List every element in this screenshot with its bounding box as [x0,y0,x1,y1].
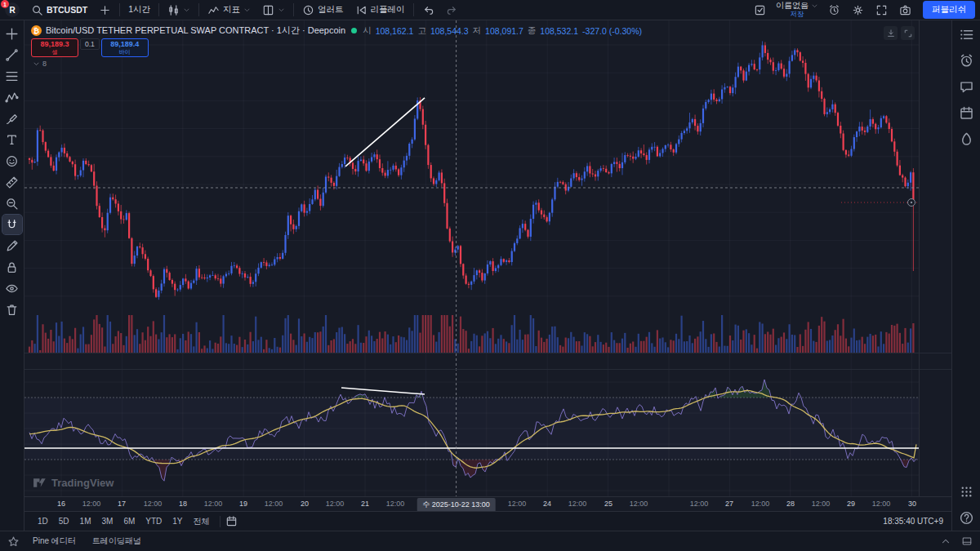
sidebar-watchlist-icon[interactable] [959,27,974,42]
chart-legend: ₿ Bitcoin/USD TETHER PERPETUAL SWAP CONT… [31,24,642,37]
clock[interactable]: 18:35:40 UTC+9 [883,517,943,526]
chart-canvas[interactable] [24,20,951,496]
interval-label: 1시간 [128,4,150,16]
user-avatar[interactable]: R 1 [5,2,20,17]
sidebar-alarmclock-icon[interactable] [959,53,974,69]
tool-crosshair[interactable] [2,24,22,43]
sell-button[interactable]: 89,189.3 셀 [31,38,78,57]
object-tree-collapsed[interactable]: 8 [33,60,47,68]
toolbar-left-group: R 1 BTCUSDT 1시간 지표 [5,2,463,18]
time-axis[interactable]: 1612:001712:001812:001912:002012:002112:… [24,496,951,511]
fullscreen-button[interactable] [871,2,893,18]
snapshot-button[interactable] [894,2,916,18]
jump-to-realtime-button[interactable] [884,26,898,40]
go-to-date-icon[interactable] [225,515,238,527]
chart-type-button[interactable] [163,2,195,18]
chart-title[interactable]: Bitcoin/USD TETHER PERPETUAL SWAP CONTRA… [46,24,345,37]
time-axis-hour-label: 12:00 [812,500,831,508]
range-5d-button[interactable]: 5D [54,515,74,527]
redo-button[interactable] [441,2,463,18]
sidebar-calendar-icon[interactable] [959,105,974,121]
symbol-search-button[interactable]: BTCUSDT [26,2,92,18]
tool-pattern[interactable] [2,87,22,107]
sidebar-hotlist-icon[interactable] [959,131,974,147]
multi-chart-select-button[interactable] [749,2,771,18]
fullscreen-icon [875,4,888,16]
chart-column: ₿ Bitcoin/USD TETHER PERPETUAL SWAP CONT… [24,20,951,531]
high-label: 고 [417,25,426,37]
publish-button[interactable]: 퍼블리쉬 [923,1,975,19]
tool-text[interactable] [2,130,22,149]
brush-icon [5,112,19,126]
settings-button[interactable] [847,2,869,18]
panel-layout-icon[interactable] [961,535,973,547]
maximize-pane-icon [903,29,913,38]
alert-button[interactable]: 얼러트 [297,2,349,18]
indicators-button[interactable]: 지표 [203,2,256,18]
redo-icon [446,4,458,16]
maximize-pane-button[interactable] [901,26,915,40]
toolbar-separator [413,3,414,16]
bitcoin-icon: ₿ [31,25,42,36]
range-1y-button[interactable]: 1Y [167,515,187,527]
tool-brush[interactable] [2,109,22,128]
replay-icon [355,4,368,16]
pane-mini-buttons [884,26,915,40]
time-axis-day-label: 30 [908,500,916,508]
range-ytd-button[interactable]: YTD [140,515,167,527]
right-sidebar [951,20,980,531]
sell-label: 셀 [52,49,58,55]
tool-trendline[interactable] [2,45,22,64]
range-전체-button[interactable]: 전체 [189,514,215,529]
tool-fib[interactable] [2,66,22,86]
time-axis-hour-label: 12:00 [204,500,223,508]
time-axis-hour-label: 12:00 [630,500,648,508]
sidebar-help-icon[interactable] [959,510,974,526]
sidebar-apps-icon[interactable] [959,484,974,500]
drawing-toolbar [0,20,24,531]
open-value: 108,162.1 [376,26,414,36]
tool-emoji[interactable] [2,151,22,171]
time-axis-hour-label: 12:00 [386,500,405,508]
low-value: 108,091.7 [485,26,523,36]
time-axis-day-label: 21 [361,500,369,508]
quantity-display[interactable]: 0.1 [80,38,100,50]
tool-magnet[interactable] [2,215,22,234]
zoom-icon [5,197,19,211]
tool-zoom[interactable] [2,193,22,213]
ruler-icon [5,176,19,189]
tool-lock[interactable] [2,257,22,277]
chevron-down-icon [243,7,251,14]
alert-manager-button[interactable] [823,2,845,18]
buy-button[interactable]: 89,189.4 바이 [101,38,149,57]
tool-pencil[interactable] [2,236,22,256]
tool-trash[interactable] [2,300,22,319]
range-1m-button[interactable]: 1M [75,515,96,527]
search-icon [31,4,43,16]
sidebar-chat-icon[interactable] [959,79,974,95]
tool-eye[interactable] [2,278,22,298]
range-3m-button[interactable]: 3M [97,515,118,527]
time-axis-day-label: 28 [786,500,795,508]
tool-ruler[interactable] [2,172,22,192]
time-axis-hour-label: 12:00 [872,500,891,508]
layout-name-menu[interactable]: 이름없음 저장 [773,2,822,18]
favorites-star-icon[interactable] [7,535,20,548]
replay-button[interactable]: 리플레이 [350,2,410,18]
layout-grid-button[interactable] [257,2,290,18]
range-1d-button[interactable]: 1D [33,515,53,527]
save-label[interactable]: 저장 [791,11,804,18]
range-separator [220,516,220,527]
time-axis-day-label: 18 [179,500,187,508]
interval-button[interactable]: 1시간 [123,2,155,17]
time-axis-hour-label: 12:00 [82,500,101,508]
range-6m-button[interactable]: 6M [118,515,140,527]
expand-panel-icon[interactable] [940,535,951,547]
add-symbol-button[interactable] [94,2,116,18]
sell-price: 89,189.3 [40,41,69,48]
chevron-down-icon [278,7,285,14]
tab-pine-editor[interactable]: Pine 에디터 [29,533,79,549]
tab-trading-panel[interactable]: 트레이딩패널 [89,533,145,549]
bottom-range-toolbar: 1D5D1M3M6MYTD1Y전체 18:35:40 UTC+9 [24,511,951,531]
undo-button[interactable] [417,2,439,18]
